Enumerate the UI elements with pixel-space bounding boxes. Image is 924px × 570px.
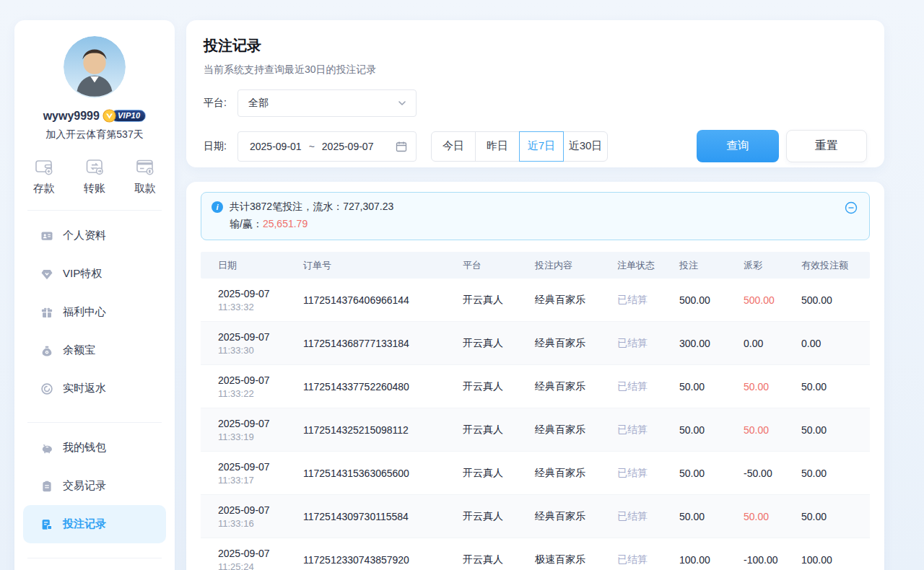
table-row[interactable]: 2025-09-07 11:33:22 1172514337752260480 … <box>201 365 870 408</box>
cell-payout: -50.00 <box>744 468 801 479</box>
cell-date: 2025-09-07 <box>218 461 303 473</box>
cell-platform: 开云真人 <box>463 380 535 393</box>
cell-status: 已结算 <box>617 510 679 523</box>
summary-banner: i 共计3872笔投注，流水：727,307.23 输/赢：25,651.79 <box>201 192 870 240</box>
calendar-icon <box>396 141 407 152</box>
date-filter-row: 日期: 2025-09-01 ~ 2025-09-07 今日 昨日 近7日 近3… <box>204 130 867 162</box>
sidebar-item-vip[interactable]: VIP特权 <box>23 255 166 293</box>
cell-payout: 50.00 <box>744 511 801 522</box>
column-header: 日期 <box>218 259 303 272</box>
cell-time: 11:33:22 <box>218 388 303 399</box>
reset-button[interactable]: 重置 <box>786 130 867 162</box>
cell-content: 经典百家乐 <box>535 294 617 307</box>
vip-level-label: VIP10 <box>111 110 146 122</box>
divider <box>27 210 162 211</box>
cell-date-time: 2025-09-07 11:33:16 <box>218 504 303 529</box>
cell-order: 1172514337752260480 <box>303 381 463 393</box>
table-row[interactable]: 2025-09-07 11:33:19 1172514325215098112 … <box>201 408 870 452</box>
quick-range-button[interactable]: 近30日 <box>563 131 608 162</box>
rebate-icon <box>40 382 53 395</box>
cell-valid: 50.00 <box>801 381 870 393</box>
cell-time: 11:25:24 <box>218 561 303 570</box>
cell-payout: 50.00 <box>744 424 801 436</box>
avatar[interactable] <box>64 36 126 98</box>
vip-shield-icon <box>103 109 116 123</box>
cell-bet: 50.00 <box>679 511 744 522</box>
cell-payout: 0.00 <box>744 338 801 349</box>
cell-content: 经典百家乐 <box>535 467 617 480</box>
table-header-row: 日期订单号平台投注内容注单状态投注派彩有效投注额 <box>201 252 870 279</box>
column-header: 订单号 <box>303 259 463 272</box>
cell-date: 2025-09-07 <box>218 374 303 386</box>
cell-platform: 开云真人 <box>463 553 535 566</box>
summary-line1: 共计3872笔投注，流水：727,307.23 <box>230 201 393 214</box>
column-header: 平台 <box>463 259 535 272</box>
piggy-bank-icon <box>40 442 53 455</box>
sidebar-item-bet-records[interactable]: 投注记录 <box>23 505 166 543</box>
table-row[interactable]: 2025-09-07 11:33:32 1172514376406966144 … <box>201 279 870 322</box>
table-row[interactable]: 2025-09-07 11:33:16 1172514309730115584 … <box>201 495 870 538</box>
sidebar-item-profile[interactable]: 个人资料 <box>23 216 166 255</box>
sidebar-item-label: 我的钱包 <box>63 441 106 455</box>
table-row[interactable]: 2025-09-07 11:33:17 1172514315363065600 … <box>201 452 870 495</box>
cell-valid: 100.00 <box>801 554 870 566</box>
sidebar-item-transactions[interactable]: 交易记录 <box>23 467 166 505</box>
sidebar-item-yuebao[interactable]: 余额宝 <box>23 331 166 369</box>
date-end-value: 2025-09-07 <box>322 141 374 152</box>
cell-time: 11:33:16 <box>218 518 303 529</box>
cell-valid: 50.00 <box>801 511 870 522</box>
transaction-list-icon <box>40 480 53 493</box>
cell-date-time: 2025-09-07 11:33:22 <box>218 374 303 399</box>
table-row[interactable]: 2025-09-07 11:25:24 1172512330743857920 … <box>201 538 870 570</box>
gift-icon <box>40 306 53 319</box>
deposit-label: 存款 <box>33 182 55 196</box>
sidebar-item-label: VIP特权 <box>63 267 102 281</box>
sidebar-item-wallet[interactable]: 我的钱包 <box>23 429 166 467</box>
platform-label: 平台: <box>204 97 237 110</box>
platform-selected-value: 全部 <box>248 97 269 110</box>
platform-select[interactable]: 全部 <box>237 89 417 117</box>
diamond-icon <box>40 268 53 281</box>
cell-valid: 500.00 <box>801 294 870 306</box>
quick-range-button[interactable]: 近7日 <box>519 131 564 162</box>
quick-range-button[interactable]: 今日 <box>431 131 476 162</box>
divider <box>27 558 162 558</box>
page-subtitle: 当前系统支持查询最近30日的投注记录 <box>204 63 867 76</box>
sidebar-nav: 个人资料 VIP特权 福利中心 余额宝 实时返水 <box>23 216 166 558</box>
query-button[interactable]: 查询 <box>697 130 779 162</box>
page-title: 投注记录 <box>204 36 867 56</box>
collapse-banner-icon[interactable] <box>845 201 858 214</box>
cell-date-time: 2025-09-07 11:33:19 <box>218 418 303 442</box>
column-header: 投注 <box>679 259 744 272</box>
divider <box>27 422 162 423</box>
cell-time: 11:33:30 <box>218 345 303 356</box>
cell-order: 1172514368777133184 <box>303 338 463 349</box>
cell-time: 11:33:32 <box>218 302 303 312</box>
quick-range-group: 今日 昨日 近7日 近30日 <box>431 131 608 162</box>
cell-status: 已结算 <box>617 294 679 307</box>
date-range-input[interactable]: 2025-09-01 ~ 2025-09-07 <box>237 131 417 162</box>
sidebar-item-welfare[interactable]: 福利中心 <box>23 293 166 331</box>
withdraw-button[interactable]: 取款 <box>134 156 156 196</box>
money-pouch-icon <box>40 344 53 357</box>
cell-valid: 50.00 <box>801 424 870 436</box>
filter-action-buttons: 查询 重置 <box>697 130 867 162</box>
date-separator: ~ <box>309 141 315 152</box>
deposit-button[interactable]: 存款 <box>33 156 55 196</box>
quick-range-button[interactable]: 昨日 <box>475 131 520 162</box>
cell-content: 经典百家乐 <box>535 510 617 523</box>
date-start-value: 2025-09-01 <box>250 141 302 152</box>
sidebar-item-rebate[interactable]: 实时返水 <box>23 369 166 408</box>
summary-winloss-label: 输/赢： <box>230 218 263 229</box>
cell-date: 2025-09-07 <box>218 548 303 559</box>
cell-date-time: 2025-09-07 11:25:24 <box>218 548 303 570</box>
cell-time: 11:33:19 <box>218 431 303 442</box>
table-row[interactable]: 2025-09-07 11:33:30 1172514368777133184 … <box>201 322 870 365</box>
date-label: 日期: <box>204 140 237 153</box>
transfer-button[interactable]: 转账 <box>84 156 105 196</box>
sidebar-item-label: 交易记录 <box>63 479 106 493</box>
summary-winloss-value: 25,651.79 <box>263 218 308 229</box>
username: wywy9999 <box>43 110 100 123</box>
cell-content: 经典百家乐 <box>535 380 617 393</box>
cell-date-time: 2025-09-07 11:33:30 <box>218 331 303 356</box>
